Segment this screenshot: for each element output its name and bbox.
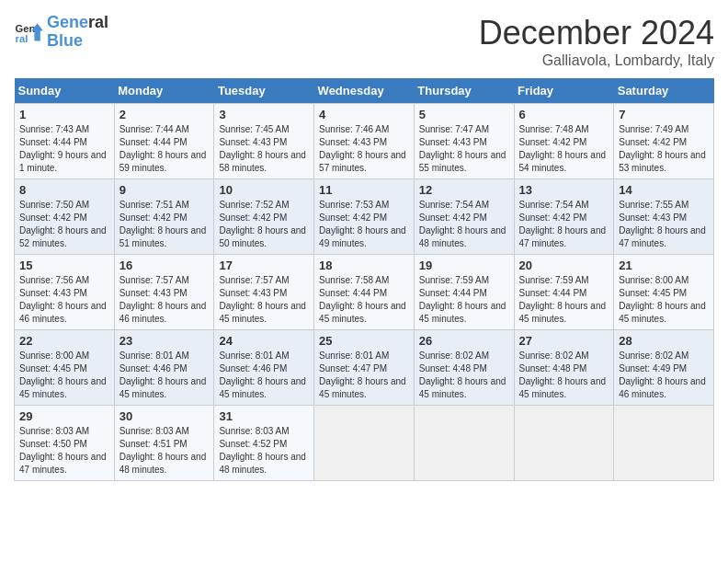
location-subtitle: Galliavola, Lombardy, Italy bbox=[479, 52, 714, 69]
calendar-week-row: 8 Sunrise: 7:50 AM Sunset: 4:42 PM Dayli… bbox=[15, 179, 714, 255]
calendar-day-cell bbox=[414, 406, 514, 481]
calendar-day-cell: 17 Sunrise: 7:57 AM Sunset: 4:43 PM Dayl… bbox=[214, 255, 314, 330]
day-number: 10 bbox=[219, 183, 309, 197]
calendar-day-cell: 10 Sunrise: 7:52 AM Sunset: 4:42 PM Dayl… bbox=[214, 179, 314, 255]
weekday-header-monday: Monday bbox=[114, 78, 214, 104]
day-info: Sunrise: 8:01 AM Sunset: 4:47 PM Dayligh… bbox=[319, 350, 409, 401]
day-number: 23 bbox=[119, 334, 210, 348]
page-header: Gene ral GeneralBlue December 2024 Galli… bbox=[14, 14, 714, 69]
day-info: Sunrise: 8:03 AM Sunset: 4:51 PM Dayligh… bbox=[119, 425, 210, 477]
calendar-day-cell: 7 Sunrise: 7:49 AM Sunset: 4:42 PM Dayli… bbox=[614, 104, 714, 179]
day-number: 29 bbox=[19, 409, 109, 423]
day-info: Sunrise: 8:03 AM Sunset: 4:52 PM Dayligh… bbox=[219, 425, 309, 477]
calendar-day-cell: 29 Sunrise: 8:03 AM Sunset: 4:50 PM Dayl… bbox=[15, 406, 115, 481]
day-info: Sunrise: 7:45 AM Sunset: 4:43 PM Dayligh… bbox=[219, 123, 309, 175]
calendar-day-cell: 28 Sunrise: 8:02 AM Sunset: 4:49 PM Dayl… bbox=[614, 330, 714, 406]
day-info: Sunrise: 7:46 AM Sunset: 4:43 PM Dayligh… bbox=[319, 123, 409, 175]
day-info: Sunrise: 7:59 AM Sunset: 4:44 PM Dayligh… bbox=[419, 274, 509, 326]
calendar-day-cell: 24 Sunrise: 8:01 AM Sunset: 4:46 PM Dayl… bbox=[214, 330, 314, 406]
day-info: Sunrise: 7:51 AM Sunset: 4:42 PM Dayligh… bbox=[119, 199, 210, 250]
calendar-day-cell: 27 Sunrise: 8:02 AM Sunset: 4:48 PM Dayl… bbox=[514, 330, 614, 406]
calendar-day-cell: 19 Sunrise: 7:59 AM Sunset: 4:44 PM Dayl… bbox=[414, 255, 514, 330]
calendar-day-cell bbox=[614, 406, 714, 481]
day-number: 5 bbox=[419, 108, 509, 121]
day-number: 26 bbox=[419, 334, 509, 348]
weekday-header-wednesday: Wednesday bbox=[314, 78, 415, 104]
day-number: 16 bbox=[119, 259, 210, 272]
day-info: Sunrise: 8:01 AM Sunset: 4:46 PM Dayligh… bbox=[219, 350, 309, 401]
weekday-header-friday: Friday bbox=[514, 78, 614, 104]
calendar-header: SundayMondayTuesdayWednesdayThursdayFrid… bbox=[15, 78, 714, 104]
calendar-day-cell: 23 Sunrise: 8:01 AM Sunset: 4:46 PM Dayl… bbox=[114, 330, 214, 406]
calendar-day-cell: 8 Sunrise: 7:50 AM Sunset: 4:42 PM Dayli… bbox=[15, 179, 115, 255]
day-number: 4 bbox=[319, 108, 409, 121]
day-info: Sunrise: 8:00 AM Sunset: 4:45 PM Dayligh… bbox=[619, 274, 709, 326]
day-info: Sunrise: 7:49 AM Sunset: 4:42 PM Dayligh… bbox=[619, 123, 709, 175]
day-info: Sunrise: 8:02 AM Sunset: 4:48 PM Dayligh… bbox=[519, 350, 609, 401]
day-number: 3 bbox=[219, 108, 309, 121]
day-info: Sunrise: 7:44 AM Sunset: 4:44 PM Dayligh… bbox=[119, 123, 210, 175]
day-number: 2 bbox=[119, 108, 210, 121]
calendar-day-cell: 22 Sunrise: 8:00 AM Sunset: 4:45 PM Dayl… bbox=[15, 330, 115, 406]
day-number: 11 bbox=[319, 183, 409, 197]
calendar-day-cell: 18 Sunrise: 7:58 AM Sunset: 4:44 PM Dayl… bbox=[314, 255, 415, 330]
logo-icon: Gene ral bbox=[14, 17, 43, 47]
day-number: 17 bbox=[219, 259, 309, 272]
day-info: Sunrise: 7:59 AM Sunset: 4:44 PM Dayligh… bbox=[519, 274, 609, 326]
day-info: Sunrise: 7:52 AM Sunset: 4:42 PM Dayligh… bbox=[219, 199, 309, 250]
calendar-week-row: 15 Sunrise: 7:56 AM Sunset: 4:43 PM Dayl… bbox=[15, 255, 714, 330]
day-number: 28 bbox=[619, 334, 709, 348]
weekday-header-sunday: Sunday bbox=[15, 78, 115, 104]
day-number: 1 bbox=[19, 108, 109, 121]
day-info: Sunrise: 8:02 AM Sunset: 4:49 PM Dayligh… bbox=[619, 350, 709, 401]
weekday-header-thursday: Thursday bbox=[414, 78, 514, 104]
calendar-day-cell: 6 Sunrise: 7:48 AM Sunset: 4:42 PM Dayli… bbox=[514, 104, 614, 179]
calendar-week-row: 22 Sunrise: 8:00 AM Sunset: 4:45 PM Dayl… bbox=[15, 330, 714, 406]
day-info: Sunrise: 7:54 AM Sunset: 4:42 PM Dayligh… bbox=[419, 199, 509, 250]
day-number: 14 bbox=[619, 183, 709, 197]
svg-text:ral: ral bbox=[16, 33, 28, 44]
day-number: 25 bbox=[319, 334, 409, 348]
calendar-day-cell bbox=[314, 406, 415, 481]
calendar-day-cell: 30 Sunrise: 8:03 AM Sunset: 4:51 PM Dayl… bbox=[114, 406, 214, 481]
day-number: 8 bbox=[19, 183, 109, 197]
weekday-header-row: SundayMondayTuesdayWednesdayThursdayFrid… bbox=[15, 78, 714, 104]
day-number: 30 bbox=[119, 409, 210, 423]
calendar-day-cell: 26 Sunrise: 8:02 AM Sunset: 4:48 PM Dayl… bbox=[414, 330, 514, 406]
day-info: Sunrise: 7:43 AM Sunset: 4:44 PM Dayligh… bbox=[19, 123, 109, 175]
calendar-day-cell: 1 Sunrise: 7:43 AM Sunset: 4:44 PM Dayli… bbox=[15, 104, 115, 179]
day-info: Sunrise: 8:00 AM Sunset: 4:45 PM Dayligh… bbox=[19, 350, 109, 401]
calendar-day-cell: 20 Sunrise: 7:59 AM Sunset: 4:44 PM Dayl… bbox=[514, 255, 614, 330]
day-info: Sunrise: 8:03 AM Sunset: 4:50 PM Dayligh… bbox=[19, 425, 109, 477]
title-block: December 2024 Galliavola, Lombardy, Ital… bbox=[479, 14, 714, 69]
day-number: 20 bbox=[519, 259, 609, 272]
day-info: Sunrise: 7:48 AM Sunset: 4:42 PM Dayligh… bbox=[519, 123, 609, 175]
day-number: 6 bbox=[519, 108, 609, 121]
calendar-day-cell: 16 Sunrise: 7:57 AM Sunset: 4:43 PM Dayl… bbox=[114, 255, 214, 330]
day-info: Sunrise: 7:57 AM Sunset: 4:43 PM Dayligh… bbox=[219, 274, 309, 326]
day-number: 19 bbox=[419, 259, 509, 272]
day-number: 18 bbox=[319, 259, 409, 272]
calendar-day-cell: 5 Sunrise: 7:47 AM Sunset: 4:43 PM Dayli… bbox=[414, 104, 514, 179]
day-number: 13 bbox=[519, 183, 609, 197]
day-number: 12 bbox=[419, 183, 509, 197]
calendar-day-cell: 14 Sunrise: 7:55 AM Sunset: 4:43 PM Dayl… bbox=[614, 179, 714, 255]
month-title: December 2024 bbox=[479, 14, 714, 52]
day-number: 31 bbox=[219, 409, 309, 423]
day-number: 27 bbox=[519, 334, 609, 348]
day-number: 15 bbox=[19, 259, 109, 272]
calendar-day-cell: 3 Sunrise: 7:45 AM Sunset: 4:43 PM Dayli… bbox=[214, 104, 314, 179]
calendar-day-cell: 12 Sunrise: 7:54 AM Sunset: 4:42 PM Dayl… bbox=[414, 179, 514, 255]
day-info: Sunrise: 8:02 AM Sunset: 4:48 PM Dayligh… bbox=[419, 350, 509, 401]
logo: Gene ral GeneralBlue bbox=[14, 14, 108, 51]
day-info: Sunrise: 7:50 AM Sunset: 4:42 PM Dayligh… bbox=[19, 199, 109, 250]
day-info: Sunrise: 7:55 AM Sunset: 4:43 PM Dayligh… bbox=[619, 199, 709, 250]
day-number: 7 bbox=[619, 108, 709, 121]
day-info: Sunrise: 8:01 AM Sunset: 4:46 PM Dayligh… bbox=[119, 350, 210, 401]
weekday-header-tuesday: Tuesday bbox=[214, 78, 314, 104]
calendar-day-cell: 11 Sunrise: 7:53 AM Sunset: 4:42 PM Dayl… bbox=[314, 179, 415, 255]
calendar-week-row: 29 Sunrise: 8:03 AM Sunset: 4:50 PM Dayl… bbox=[15, 406, 714, 481]
day-number: 9 bbox=[119, 183, 210, 197]
day-info: Sunrise: 7:53 AM Sunset: 4:42 PM Dayligh… bbox=[319, 199, 409, 250]
day-info: Sunrise: 7:58 AM Sunset: 4:44 PM Dayligh… bbox=[319, 274, 409, 326]
